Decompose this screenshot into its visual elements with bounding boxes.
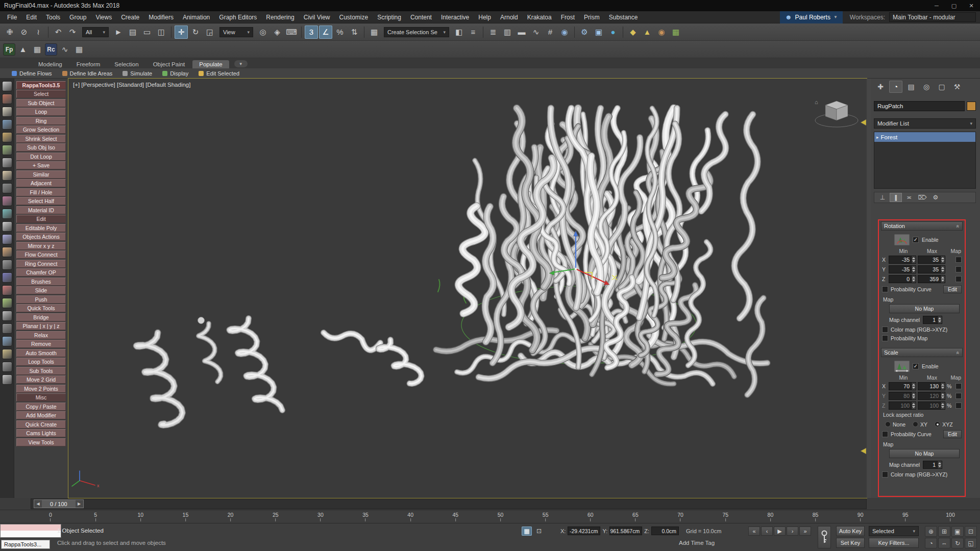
item[interactable]: Slide xyxy=(16,286,66,294)
dock-tool-icon[interactable] xyxy=(2,323,12,334)
dock-tool-icon[interactable] xyxy=(2,158,12,168)
item[interactable]: Quick Tools xyxy=(16,304,66,312)
object-color-swatch[interactable] xyxy=(967,102,976,111)
percent-snap-icon[interactable]: % xyxy=(333,26,347,39)
item[interactable]: Loop xyxy=(16,108,66,116)
named-selection-sets-field[interactable]: Create Selection Se xyxy=(384,27,449,37)
rotation-y-min-spinner[interactable]: -35 xyxy=(889,265,916,273)
scale-x-max-spinner[interactable]: 130 xyxy=(918,382,945,390)
rotation-z-map-checkbox[interactable] xyxy=(955,276,962,282)
menu-item[interactable]: Animation xyxy=(179,14,214,21)
zoom-extents-all-icon[interactable]: ⊡ xyxy=(965,526,977,537)
maximize-viewport-toggle-icon[interactable]: ◱ xyxy=(965,538,977,548)
previous-frame-button[interactable]: ‹ xyxy=(761,527,773,536)
menu-item[interactable]: Frost xyxy=(557,14,579,21)
plugin-tool-icon[interactable]: ▦ xyxy=(669,26,682,39)
rotation-y-map-checkbox[interactable] xyxy=(955,266,962,272)
make-unique-icon[interactable]: ≍ xyxy=(903,193,915,202)
menu-item[interactable]: Krakatoa xyxy=(523,14,556,21)
item[interactable]: Ring xyxy=(16,117,66,125)
unlink-selection-icon[interactable]: ⊘ xyxy=(17,26,31,39)
menu-item[interactable]: Interactive xyxy=(437,14,473,21)
dock-tool-icon[interactable] xyxy=(2,374,12,385)
ribbon-tab[interactable]: Populate xyxy=(192,60,229,68)
scale-z-max-spinner[interactable]: 100 xyxy=(918,402,945,410)
dock-tool-icon[interactable] xyxy=(2,298,12,308)
pan-view-icon[interactable]: ⇔ xyxy=(938,538,950,548)
item[interactable]: Misc xyxy=(16,393,66,402)
listener-line[interactable] xyxy=(1,531,61,537)
set-keys-button[interactable] xyxy=(818,526,831,548)
item[interactable]: Remove xyxy=(16,340,66,348)
dock-tool-icon[interactable] xyxy=(2,81,12,91)
mirror-icon[interactable]: ◧ xyxy=(452,26,465,39)
menu-item[interactable]: Group xyxy=(65,14,90,21)
curve-editor-icon[interactable]: ∿ xyxy=(529,26,543,39)
menu-item[interactable]: Scripting xyxy=(373,14,405,21)
minimize-button[interactable]: ─ xyxy=(928,0,945,11)
utilities-tab-icon[interactable]: ⚒ xyxy=(950,81,964,93)
item[interactable]: Copy / Paste xyxy=(16,403,66,411)
close-button[interactable]: ✕ xyxy=(963,0,980,11)
item[interactable]: + Save xyxy=(16,161,66,169)
auto-key-button[interactable]: Auto Key xyxy=(836,526,865,536)
rappatools-taskbar-window[interactable]: RappaTools3... xyxy=(1,540,50,549)
modifier-stack-item-forest[interactable]: Forest xyxy=(874,132,975,142)
scale-map-button[interactable]: No Map xyxy=(889,449,960,458)
dock-tool-icon[interactable] xyxy=(2,107,12,117)
scale-y-min-spinner[interactable]: 80 xyxy=(889,392,916,400)
rotation-probability-map-checkbox[interactable] xyxy=(882,335,888,341)
item[interactable]: Relax xyxy=(16,331,66,339)
menu-item[interactable]: Tools xyxy=(42,14,64,21)
configure-modifier-sets-icon[interactable]: ⚙ xyxy=(929,193,942,202)
dock-tool-icon[interactable] xyxy=(2,336,12,346)
play-animation-button[interactable]: ▶ xyxy=(774,527,786,536)
rotation-y-max-spinner[interactable]: 35 xyxy=(918,265,945,273)
toggle-ribbon-icon[interactable]: ▬ xyxy=(515,26,528,39)
redo-icon[interactable]: ↷ xyxy=(66,26,79,39)
display-tab-icon[interactable]: ▢ xyxy=(935,81,948,93)
select-and-rotate-icon[interactable]: ↻ xyxy=(189,26,202,39)
dock-tool-icon[interactable] xyxy=(2,285,12,295)
lock-xy-radio[interactable] xyxy=(913,421,918,427)
select-by-name-icon[interactable]: ▤ xyxy=(126,26,139,39)
toggle-scene-explorer-icon[interactable]: ≣ xyxy=(486,26,500,39)
item[interactable]: View Tools xyxy=(16,438,66,446)
menu-item[interactable]: Arnold xyxy=(496,14,522,21)
rendered-frame-window-icon[interactable]: ▣ xyxy=(592,26,605,39)
select-and-manipulate-icon[interactable]: ◈ xyxy=(271,26,284,39)
time-slider-track[interactable]: ◀ 0 / 100 ▶ xyxy=(31,498,867,509)
item[interactable]: Mirror x y z xyxy=(16,242,66,250)
workspace-dropdown[interactable]: Main Toolbar - modular xyxy=(889,12,976,22)
previous-frame-nub[interactable]: ◀ xyxy=(34,500,42,508)
rotation-probability-curve-checkbox[interactable] xyxy=(882,286,888,292)
populate-tool-button[interactable]: Simulate xyxy=(118,69,157,78)
motion-tab-icon[interactable]: ◎ xyxy=(920,81,933,93)
pin-stack-icon[interactable]: ⊥ xyxy=(876,193,889,202)
modifier-list-dropdown[interactable]: Modifier List xyxy=(874,118,976,129)
hierarchy-tab-icon[interactable]: ▤ xyxy=(904,81,918,93)
remove-modifier-icon[interactable]: ⌦ xyxy=(916,193,928,202)
item[interactable]: Chamfer OP xyxy=(16,268,66,277)
item[interactable]: Material ID xyxy=(16,206,66,214)
zoom-icon[interactable]: ⊕ xyxy=(925,526,937,537)
select-and-move-icon[interactable]: ✛ xyxy=(175,26,188,39)
align-icon[interactable]: ≡ xyxy=(467,26,480,39)
dock-tool-icon[interactable] xyxy=(2,132,12,142)
selection-set-dropdown[interactable]: Selected xyxy=(869,526,919,536)
viewport-label[interactable]: [+] [Perspective] [Standard] [Default Sh… xyxy=(73,82,190,88)
item[interactable]: Add Modifier xyxy=(16,411,66,419)
perspective-viewport[interactable]: x⌂ [+] [Perspective] [Standard] [Default… xyxy=(68,79,867,498)
field-of-view-icon[interactable]: ◔ xyxy=(925,538,937,548)
scale-edit-curve-button[interactable]: Edit xyxy=(943,430,962,438)
item[interactable]: Objects Actions xyxy=(16,233,66,241)
key-filters-button[interactable]: Key Filters... xyxy=(869,538,919,548)
item[interactable]: Sub Obj Iso xyxy=(16,143,66,152)
populate-tool-button[interactable]: Edit Selected xyxy=(194,69,244,78)
menu-item[interactable]: Create xyxy=(117,14,143,21)
window-crossing-toggle-icon[interactable]: ◫ xyxy=(155,26,168,39)
material-editor-icon[interactable]: ◉ xyxy=(558,26,571,39)
create-tab-icon[interactable]: ✚ xyxy=(874,81,887,93)
item[interactable]: Cams Lights xyxy=(16,429,66,437)
show-end-result-icon[interactable]: ∥ xyxy=(890,193,902,202)
